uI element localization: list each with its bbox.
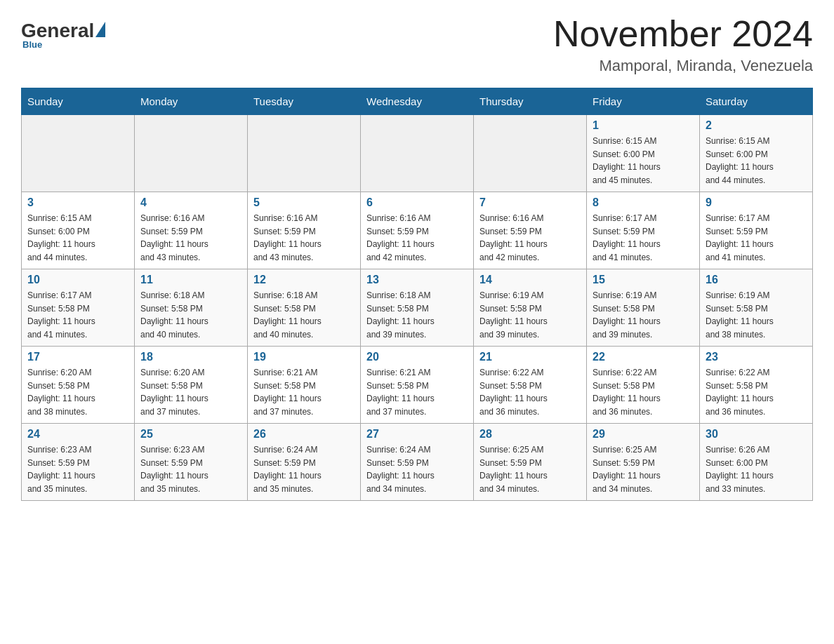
day-info: Sunrise: 6:17 AM Sunset: 5:58 PM Dayligh… <box>27 289 128 341</box>
calendar-cell: 22Sunrise: 6:22 AM Sunset: 5:58 PM Dayli… <box>587 347 700 424</box>
calendar-cell: 7Sunrise: 6:16 AM Sunset: 5:59 PM Daylig… <box>474 192 587 269</box>
day-number: 9 <box>706 196 807 209</box>
day-number: 24 <box>27 428 128 441</box>
day-info: Sunrise: 6:15 AM Sunset: 6:00 PM Dayligh… <box>706 135 807 187</box>
day-number: 4 <box>140 196 241 209</box>
day-number: 16 <box>706 274 807 286</box>
day-info: Sunrise: 6:19 AM Sunset: 5:58 PM Dayligh… <box>479 289 581 341</box>
calendar-cell: 2Sunrise: 6:15 AM Sunset: 6:00 PM Daylig… <box>700 115 813 192</box>
day-info: Sunrise: 6:18 AM Sunset: 5:58 PM Dayligh… <box>253 289 355 341</box>
day-info: Sunrise: 6:20 AM Sunset: 5:58 PM Dayligh… <box>140 366 241 418</box>
calendar-week-row: 3Sunrise: 6:15 AM Sunset: 6:00 PM Daylig… <box>22 192 813 269</box>
day-number: 11 <box>140 274 241 286</box>
calendar-cell: 25Sunrise: 6:23 AM Sunset: 5:59 PM Dayli… <box>135 424 248 501</box>
calendar-cell: 16Sunrise: 6:19 AM Sunset: 5:58 PM Dayli… <box>700 269 813 347</box>
day-number: 2 <box>706 119 807 132</box>
calendar-week-row: 10Sunrise: 6:17 AM Sunset: 5:58 PM Dayli… <box>22 269 813 347</box>
calendar-cell: 1Sunrise: 6:15 AM Sunset: 6:00 PM Daylig… <box>587 115 700 192</box>
day-number: 15 <box>593 274 694 286</box>
calendar-cell <box>22 115 135 192</box>
calendar-cell: 26Sunrise: 6:24 AM Sunset: 5:59 PM Dayli… <box>248 424 361 501</box>
day-info: Sunrise: 6:24 AM Sunset: 5:59 PM Dayligh… <box>366 443 468 495</box>
calendar-cell: 13Sunrise: 6:18 AM Sunset: 5:58 PM Dayli… <box>361 269 474 347</box>
day-number: 1 <box>593 119 694 132</box>
column-header-thursday: Thursday <box>474 88 587 115</box>
calendar-cell: 12Sunrise: 6:18 AM Sunset: 5:58 PM Dayli… <box>248 269 361 347</box>
calendar-cell: 3Sunrise: 6:15 AM Sunset: 6:00 PM Daylig… <box>22 192 135 269</box>
day-info: Sunrise: 6:16 AM Sunset: 5:59 PM Dayligh… <box>366 212 468 264</box>
day-info: Sunrise: 6:15 AM Sunset: 6:00 PM Dayligh… <box>27 212 128 264</box>
calendar-table: SundayMondayTuesdayWednesdayThursdayFrid… <box>21 88 813 501</box>
page-header: General Blue November 2024 Mamporal, Mir… <box>21 14 813 75</box>
day-number: 23 <box>706 351 807 363</box>
day-info: Sunrise: 6:16 AM Sunset: 5:59 PM Dayligh… <box>479 212 581 264</box>
calendar-cell: 6Sunrise: 6:16 AM Sunset: 5:59 PM Daylig… <box>361 192 474 269</box>
day-info: Sunrise: 6:25 AM Sunset: 5:59 PM Dayligh… <box>479 443 581 495</box>
day-info: Sunrise: 6:15 AM Sunset: 6:00 PM Dayligh… <box>593 135 694 187</box>
calendar-cell: 20Sunrise: 6:21 AM Sunset: 5:58 PM Dayli… <box>361 347 474 424</box>
column-header-sunday: Sunday <box>22 88 135 115</box>
column-header-monday: Monday <box>135 88 248 115</box>
calendar-cell <box>361 115 474 192</box>
day-number: 29 <box>593 428 694 441</box>
calendar-cell: 4Sunrise: 6:16 AM Sunset: 5:59 PM Daylig… <box>135 192 248 269</box>
calendar-cell: 29Sunrise: 6:25 AM Sunset: 5:59 PM Dayli… <box>587 424 700 501</box>
calendar-cell: 21Sunrise: 6:22 AM Sunset: 5:58 PM Dayli… <box>474 347 587 424</box>
day-info: Sunrise: 6:22 AM Sunset: 5:58 PM Dayligh… <box>479 366 581 418</box>
calendar-cell: 18Sunrise: 6:20 AM Sunset: 5:58 PM Dayli… <box>135 347 248 424</box>
column-header-wednesday: Wednesday <box>361 88 474 115</box>
calendar-cell: 24Sunrise: 6:23 AM Sunset: 5:59 PM Dayli… <box>22 424 135 501</box>
calendar-cell: 9Sunrise: 6:17 AM Sunset: 5:59 PM Daylig… <box>700 192 813 269</box>
column-header-saturday: Saturday <box>700 88 813 115</box>
day-info: Sunrise: 6:23 AM Sunset: 5:59 PM Dayligh… <box>27 443 128 495</box>
day-number: 13 <box>366 274 468 286</box>
day-info: Sunrise: 6:25 AM Sunset: 5:59 PM Dayligh… <box>593 443 694 495</box>
calendar-cell: 23Sunrise: 6:22 AM Sunset: 5:58 PM Dayli… <box>700 347 813 424</box>
day-number: 28 <box>479 428 581 441</box>
day-number: 30 <box>706 428 807 441</box>
day-info: Sunrise: 6:20 AM Sunset: 5:58 PM Dayligh… <box>27 366 128 418</box>
day-number: 26 <box>253 428 355 441</box>
calendar-cell: 8Sunrise: 6:17 AM Sunset: 5:59 PM Daylig… <box>587 192 700 269</box>
location-title: Mamporal, Miranda, Venezuela <box>553 57 813 75</box>
calendar-cell <box>135 115 248 192</box>
day-number: 27 <box>366 428 468 441</box>
day-info: Sunrise: 6:21 AM Sunset: 5:58 PM Dayligh… <box>253 366 355 418</box>
day-number: 12 <box>253 274 355 286</box>
day-info: Sunrise: 6:18 AM Sunset: 5:58 PM Dayligh… <box>366 289 468 341</box>
calendar-cell: 11Sunrise: 6:18 AM Sunset: 5:58 PM Dayli… <box>135 269 248 347</box>
day-info: Sunrise: 6:17 AM Sunset: 5:59 PM Dayligh… <box>706 212 807 264</box>
calendar-week-row: 24Sunrise: 6:23 AM Sunset: 5:59 PM Dayli… <box>22 424 813 501</box>
calendar-cell: 10Sunrise: 6:17 AM Sunset: 5:58 PM Dayli… <box>22 269 135 347</box>
day-number: 10 <box>27 274 128 286</box>
day-number: 18 <box>140 351 241 363</box>
month-title: November 2024 <box>553 14 813 54</box>
calendar-header-row: SundayMondayTuesdayWednesdayThursdayFrid… <box>22 88 813 115</box>
day-info: Sunrise: 6:22 AM Sunset: 5:58 PM Dayligh… <box>706 366 807 418</box>
day-number: 14 <box>479 274 581 286</box>
title-section: November 2024 Mamporal, Miranda, Venezue… <box>553 14 813 75</box>
day-number: 25 <box>140 428 241 441</box>
day-info: Sunrise: 6:16 AM Sunset: 5:59 PM Dayligh… <box>253 212 355 264</box>
calendar-cell: 5Sunrise: 6:16 AM Sunset: 5:59 PM Daylig… <box>248 192 361 269</box>
day-info: Sunrise: 6:23 AM Sunset: 5:59 PM Dayligh… <box>140 443 241 495</box>
calendar-cell: 14Sunrise: 6:19 AM Sunset: 5:58 PM Dayli… <box>474 269 587 347</box>
calendar-cell: 15Sunrise: 6:19 AM Sunset: 5:58 PM Dayli… <box>587 269 700 347</box>
day-number: 17 <box>27 351 128 363</box>
logo: General Blue <box>21 14 105 50</box>
day-number: 3 <box>27 196 128 209</box>
column-header-friday: Friday <box>587 88 700 115</box>
calendar-week-row: 17Sunrise: 6:20 AM Sunset: 5:58 PM Dayli… <box>22 347 813 424</box>
day-number: 20 <box>366 351 468 363</box>
calendar-week-row: 1Sunrise: 6:15 AM Sunset: 6:00 PM Daylig… <box>22 115 813 192</box>
day-info: Sunrise: 6:21 AM Sunset: 5:58 PM Dayligh… <box>366 366 468 418</box>
column-header-tuesday: Tuesday <box>248 88 361 115</box>
calendar-cell: 17Sunrise: 6:20 AM Sunset: 5:58 PM Dayli… <box>22 347 135 424</box>
calendar-cell <box>248 115 361 192</box>
day-number: 7 <box>479 196 581 209</box>
calendar-cell: 30Sunrise: 6:26 AM Sunset: 6:00 PM Dayli… <box>700 424 813 501</box>
logo-blue-text: Blue <box>22 39 42 50</box>
day-number: 8 <box>593 196 694 209</box>
calendar-cell: 27Sunrise: 6:24 AM Sunset: 5:59 PM Dayli… <box>361 424 474 501</box>
calendar-cell <box>474 115 587 192</box>
